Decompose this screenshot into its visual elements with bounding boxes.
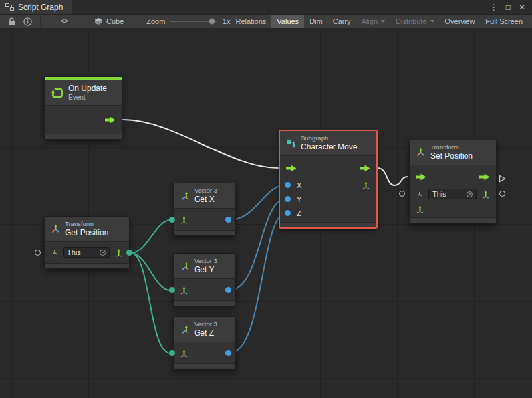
lock-icon[interactable] <box>4 15 19 28</box>
this-object-field[interactable]: This <box>63 247 110 258</box>
node-type: Vector 3 <box>194 257 217 265</box>
overview-button-label: Overview <box>445 17 475 25</box>
node-title: Set Position <box>430 151 473 161</box>
relations-button[interactable]: Relations <box>230 15 271 28</box>
port-row-z: Z <box>280 206 376 220</box>
on-update-event-icon <box>51 86 64 100</box>
window-actions: ⋮ □ ✕ <box>490 0 532 14</box>
target-row: This <box>45 244 129 261</box>
distribute-dropdown-label: Distribute <box>396 17 426 25</box>
node-get-z[interactable]: Vector 3 Get Z <box>173 316 236 369</box>
node-type: Transform <box>430 144 473 151</box>
this-object-field[interactable]: This <box>428 189 477 199</box>
kebab-menu-icon[interactable]: ⋮ <box>490 3 498 12</box>
node-get-x[interactable]: Vector 3 Get X <box>173 183 236 236</box>
subgraph-icon <box>286 138 296 148</box>
node-footer <box>45 264 129 268</box>
port-getz-output[interactable] <box>225 350 231 356</box>
node-subtitle: Event <box>68 94 107 102</box>
distribute-dropdown[interactable]: Distribute <box>390 15 439 28</box>
transform-icon <box>51 224 61 234</box>
node-type: Vector 3 <box>194 187 217 195</box>
align-dropdown[interactable]: Align <box>356 15 390 28</box>
values-button[interactable]: Values <box>271 15 304 28</box>
node-footer <box>174 231 235 235</box>
port-setposition-target-input[interactable] <box>399 191 405 197</box>
vector3-input-icon[interactable] <box>180 286 188 294</box>
close-icon[interactable]: ✕ <box>519 3 525 12</box>
flow-output-arrow[interactable] <box>105 116 116 124</box>
port-row-x: X <box>280 178 376 192</box>
port-setposition-value-output[interactable] <box>499 191 505 197</box>
zoom-slider-handle[interactable] <box>209 18 215 25</box>
port-charactermove-x-input[interactable] <box>285 182 291 188</box>
node-title: Get Position <box>65 228 108 238</box>
vector3-icon <box>180 261 190 271</box>
port-getx-output[interactable] <box>225 217 231 223</box>
values-button-label: Values <box>277 17 299 25</box>
zoom-label: Zoom <box>146 17 165 25</box>
port-charactermove-z-input[interactable] <box>285 210 291 216</box>
toolbar-separator <box>40 17 41 26</box>
flow-input-arrow[interactable] <box>286 165 297 172</box>
port-getposition-value-output[interactable] <box>126 250 132 256</box>
node-set-position[interactable]: Transform Set Position This <box>409 140 497 223</box>
node-header: Transform Get Position <box>45 217 129 241</box>
node-footer <box>410 218 496 223</box>
flow-input-arrow[interactable] <box>416 173 426 181</box>
transform-mini-icon <box>416 190 424 198</box>
value-row <box>410 202 496 215</box>
node-on-update[interactable]: On Update Event <box>44 76 122 140</box>
node-get-position[interactable]: Transform Get Position This <box>44 216 130 269</box>
node-header: On Update Event <box>45 80 122 105</box>
vector3-output-icon[interactable] <box>481 190 490 199</box>
node-title: Get X <box>194 195 217 205</box>
node-body: This <box>45 241 129 264</box>
flow-output-arrow[interactable] <box>479 173 490 181</box>
chevron-down-icon <box>381 20 385 23</box>
vector3-input-icon[interactable] <box>180 349 188 357</box>
relations-button-label: Relations <box>235 17 266 25</box>
node-get-y[interactable]: Vector 3 Get Y <box>173 253 236 306</box>
vector3-input-icon[interactable] <box>416 205 424 213</box>
port-gety-input[interactable] <box>169 287 175 293</box>
port-gety-output[interactable] <box>225 287 231 293</box>
align-dropdown-label: Align <box>362 17 378 25</box>
code-view-icon[interactable]: <> <box>57 15 72 28</box>
node-type: Vector 3 <box>194 320 217 328</box>
vector3-icon <box>180 191 190 201</box>
port-getz-input[interactable] <box>169 350 175 356</box>
tab-script-graph[interactable]: Script Graph <box>0 0 72 14</box>
port-getx-input[interactable] <box>169 217 175 223</box>
full-screen-button[interactable]: Full Screen <box>480 15 528 28</box>
node-footer <box>174 301 235 306</box>
object-picker-icon[interactable] <box>100 250 106 256</box>
node-footer <box>45 134 122 139</box>
node-type: Subgraph <box>301 134 357 142</box>
node-type: Transform <box>65 220 108 228</box>
carry-button[interactable]: Carry <box>328 15 356 28</box>
port-setposition-flow-output[interactable] <box>499 173 506 185</box>
vector3-output-icon[interactable] <box>362 181 370 189</box>
target-object-label[interactable]: Cube <box>106 17 124 25</box>
flow-output-arrow[interactable] <box>360 165 370 172</box>
info-icon[interactable] <box>19 15 36 28</box>
vector3-input-icon[interactable] <box>180 215 188 224</box>
node-footer <box>280 223 376 227</box>
transform-mini-icon <box>51 249 59 256</box>
vector3-icon <box>180 324 190 334</box>
flow-row <box>280 158 376 178</box>
port-charactermove-y-input[interactable] <box>285 196 291 202</box>
node-character-move[interactable]: Subgraph Character Move X Y <box>279 130 377 228</box>
node-body: X Y Z <box>280 155 376 223</box>
dim-button[interactable]: Dim <box>304 15 328 28</box>
overview-button[interactable]: Overview <box>440 15 481 28</box>
object-picker-icon[interactable] <box>467 191 473 197</box>
port-label-z: Z <box>297 209 301 217</box>
maximize-icon[interactable]: □ <box>506 3 511 12</box>
port-getposition-target-input[interactable] <box>35 250 41 256</box>
vector3-output-icon[interactable] <box>114 249 123 257</box>
zoom-slider[interactable] <box>170 21 217 22</box>
node-body <box>45 105 122 134</box>
node-title: Get Z <box>194 328 217 338</box>
